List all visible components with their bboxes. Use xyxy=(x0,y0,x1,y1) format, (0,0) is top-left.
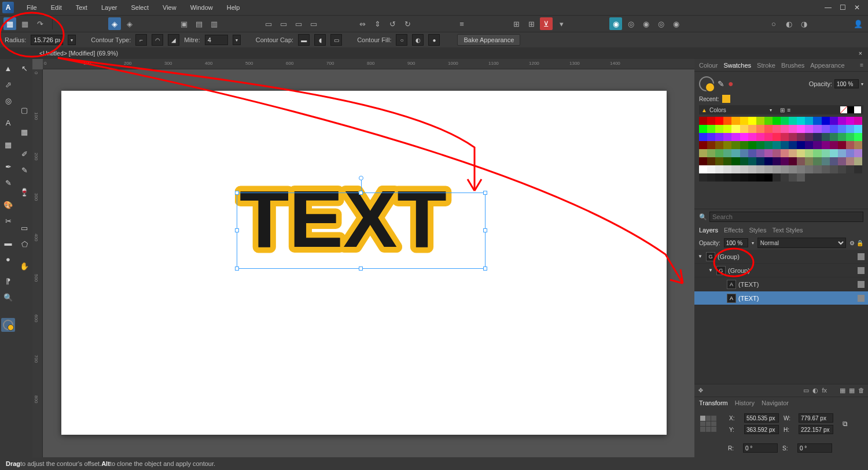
layer-opacity-dd-icon[interactable]: ▾ xyxy=(752,240,754,246)
swatch-chip[interactable] xyxy=(830,157,838,165)
swatch-chip[interactable] xyxy=(773,173,781,182)
swatch-chip[interactable] xyxy=(822,149,830,157)
swatch-chip[interactable] xyxy=(846,117,854,125)
view-grid-icon[interactable]: ⊞ xyxy=(780,107,785,113)
tab-swatches[interactable]: Swatches xyxy=(723,62,751,69)
swatch-chip[interactable] xyxy=(723,157,731,165)
contour-type-miter-icon[interactable]: ⌐ xyxy=(135,34,147,46)
handle-mr[interactable] xyxy=(483,228,487,232)
minimize-icon[interactable]: — xyxy=(825,3,832,12)
swatch-chip[interactable] xyxy=(773,149,781,157)
radius-dropdown-icon[interactable]: ▾ xyxy=(68,35,76,45)
layer-row[interactable]: ▼G(Group) xyxy=(694,250,868,264)
swatch-chip[interactable] xyxy=(707,157,715,165)
swatch-chip[interactable] xyxy=(756,133,764,141)
layer-row[interactable]: ▼G(Group) xyxy=(694,264,868,277)
blend-mode-select[interactable]: Normal xyxy=(757,238,846,248)
nofill-bw-chips[interactable] xyxy=(840,106,861,113)
vector-brush-tool[interactable]: ✎ xyxy=(17,163,31,177)
move-tool[interactable]: ▲ xyxy=(1,61,15,75)
view-list-icon[interactable]: ≡ xyxy=(787,107,790,113)
swatch-chip[interactable] xyxy=(854,133,862,141)
swatch-chip[interactable] xyxy=(740,125,748,133)
x-input[interactable] xyxy=(744,413,779,423)
swatch-chip[interactable] xyxy=(830,165,838,173)
brush-tool[interactable]: ✐ xyxy=(17,147,31,161)
swatch-chip[interactable] xyxy=(797,165,805,173)
swatch-chip[interactable] xyxy=(699,173,707,182)
swatch-chip[interactable] xyxy=(822,141,830,149)
menu-window[interactable]: Window xyxy=(183,2,220,13)
swatch-chip[interactable] xyxy=(846,149,854,157)
swatch-chip[interactable] xyxy=(699,149,707,157)
layer-row[interactable]: A(TEXT) xyxy=(694,291,868,305)
fill-tool[interactable]: 🎨 xyxy=(1,198,15,212)
crop-tool[interactable]: ✂ xyxy=(1,214,15,228)
swatch-chip[interactable] xyxy=(838,157,846,165)
swatch-chip[interactable] xyxy=(764,125,773,133)
swatch-chip[interactable] xyxy=(748,149,756,157)
persona-export-icon[interactable]: ↷ xyxy=(34,17,46,30)
snap-icon[interactable]: ◈ xyxy=(108,17,121,30)
handle-tl[interactable] xyxy=(235,191,239,195)
swatch-chip[interactable] xyxy=(731,157,740,165)
mitre-input[interactable] xyxy=(205,35,228,45)
handle-tm[interactable] xyxy=(359,191,363,195)
swatch-chip[interactable] xyxy=(805,149,813,157)
grid-options-icon[interactable]: ⊞ xyxy=(525,17,538,30)
swatch-chip[interactable] xyxy=(723,117,731,125)
swatch-chip[interactable] xyxy=(756,125,764,133)
swatch-chip[interactable] xyxy=(805,141,813,149)
cap-butt-icon[interactable]: ▬ xyxy=(298,34,310,46)
swatch-chip[interactable] xyxy=(707,125,715,133)
swatch-chip[interactable] xyxy=(797,133,805,141)
swatch-chip[interactable] xyxy=(707,165,715,173)
flip-v-icon[interactable]: ⇕ xyxy=(371,17,384,30)
swatch-chip[interactable] xyxy=(723,125,731,133)
align-icon-3[interactable]: ▥ xyxy=(208,17,220,30)
lock-icon[interactable]: 🔒 xyxy=(856,240,863,246)
transparency-tool[interactable]: ▦ xyxy=(17,125,31,139)
delete-layer-icon[interactable]: 🗑 xyxy=(858,387,865,394)
menu-select[interactable]: Select xyxy=(124,2,156,13)
fill-solid-icon[interactable]: ● xyxy=(428,34,440,46)
swatch-chip[interactable] xyxy=(838,149,846,157)
swatch-chip[interactable] xyxy=(854,141,862,149)
swatch-chip[interactable] xyxy=(764,133,773,141)
h-input[interactable] xyxy=(799,425,833,434)
swatch-chip[interactable] xyxy=(740,133,748,141)
swatch-chip[interactable] xyxy=(805,157,813,165)
r-input[interactable] xyxy=(743,443,778,453)
handle-bm[interactable] xyxy=(359,267,363,271)
swatch-chip[interactable] xyxy=(773,133,781,141)
menu-view[interactable]: View xyxy=(156,2,183,13)
polygon-tool[interactable]: ⬠ xyxy=(17,237,31,251)
swatch-chip[interactable] xyxy=(822,117,830,125)
swatch-chip[interactable] xyxy=(797,141,805,149)
swatch-chip[interactable] xyxy=(740,173,748,182)
swatch-chip[interactable] xyxy=(740,149,748,157)
swatch-chip[interactable] xyxy=(764,117,773,125)
tab-effects[interactable]: Effects xyxy=(724,227,743,234)
gradient-tool[interactable]: ▦ xyxy=(1,138,15,151)
layer-row[interactable]: A(TEXT) xyxy=(694,277,868,291)
swatch-chip[interactable] xyxy=(773,165,781,173)
swatch-chip[interactable] xyxy=(813,125,821,133)
swatch-chip[interactable] xyxy=(854,125,862,133)
category-dd-icon[interactable]: ▾ xyxy=(770,108,772,113)
swatch-chip[interactable] xyxy=(805,117,813,125)
swatch-chip[interactable] xyxy=(805,133,813,141)
arrange-forward-icon[interactable]: ▭ xyxy=(292,17,305,30)
view-2-icon[interactable]: ◐ xyxy=(782,17,795,30)
swatch-chip[interactable] xyxy=(707,117,715,125)
view-1-icon[interactable]: ○ xyxy=(767,17,780,30)
boolean-add-icon[interactable]: ◉ xyxy=(609,17,622,30)
reset-color-icon[interactable]: ● xyxy=(728,79,734,89)
swatch-chip[interactable] xyxy=(756,117,764,125)
swatch-chip[interactable] xyxy=(805,165,813,173)
layers-icon[interactable]: ❖ xyxy=(698,387,704,394)
mask-icon[interactable]: ▭ xyxy=(803,387,809,394)
swatch-chip[interactable] xyxy=(748,117,756,125)
move-tool-2[interactable]: ↖ xyxy=(17,61,31,75)
swatch-chip[interactable] xyxy=(723,133,731,141)
